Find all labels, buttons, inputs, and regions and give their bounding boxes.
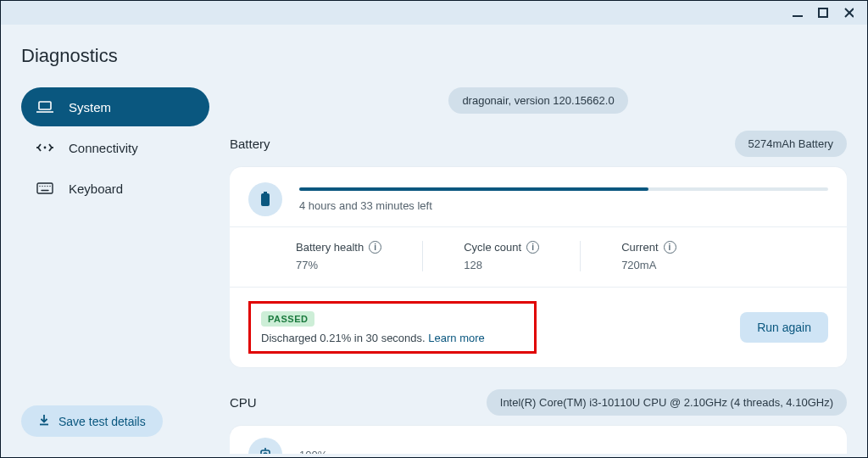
battery-section-title: Battery xyxy=(230,137,270,151)
cycle-count-label: Cycle count xyxy=(464,241,521,254)
result-text: Discharged 0.21% in 30 seconds. xyxy=(261,332,426,344)
cycle-count-value: 128 xyxy=(464,259,539,271)
page-title: Diagnostics xyxy=(21,45,847,67)
cpu-spec-pill: Intel(R) Core(TM) i3-10110U CPU @ 2.10GH… xyxy=(487,389,847,416)
maximize-button[interactable] xyxy=(818,8,828,18)
laptop-icon xyxy=(36,100,53,114)
download-icon xyxy=(38,414,50,428)
svg-rect-16 xyxy=(264,192,267,193)
run-again-button[interactable]: Run again xyxy=(740,312,828,343)
sidebar-item-label: Connectivity xyxy=(69,141,138,155)
close-button[interactable] xyxy=(843,8,854,18)
keyboard-icon xyxy=(36,182,53,195)
battery-health-value: 77% xyxy=(296,259,381,271)
minimize-button[interactable] xyxy=(793,8,803,18)
battery-progress-bar xyxy=(299,187,828,191)
cpu-section-title: CPU xyxy=(230,395,257,410)
battery-icon xyxy=(248,182,282,216)
svg-point-6 xyxy=(44,147,47,149)
battery-health-label: Battery health xyxy=(296,241,364,254)
svg-rect-1 xyxy=(819,8,827,17)
status-badge: PASSED xyxy=(261,311,314,327)
info-icon[interactable]: i xyxy=(369,241,381,254)
current-value: 720mA xyxy=(621,259,676,271)
svg-point-19 xyxy=(264,453,267,454)
info-icon[interactable]: i xyxy=(526,241,539,254)
main-panel: dragonair, version 120.15662.0 Battery 5… xyxy=(230,87,847,454)
device-version-pill: dragonair, version 120.15662.0 xyxy=(448,87,627,114)
battery-capacity-pill: 5274mAh Battery xyxy=(735,131,847,157)
app-window: Diagnostics System Connectivity xyxy=(0,0,868,458)
cpu-card: 100% xyxy=(230,426,847,454)
cpu-percent: 100% xyxy=(299,449,327,455)
sidebar-item-system[interactable]: System xyxy=(21,87,209,126)
sidebar-item-label: Keyboard xyxy=(69,182,123,196)
svg-rect-4 xyxy=(39,102,51,109)
battery-time-left: 4 hours and 33 minutes left xyxy=(299,199,828,212)
connectivity-icon xyxy=(36,141,53,154)
chip-icon xyxy=(248,438,282,454)
svg-rect-17 xyxy=(261,193,270,206)
titlebar xyxy=(1,1,867,25)
save-test-details-button[interactable]: Save test details xyxy=(21,405,163,437)
test-result-highlight: PASSED Discharged 0.21% in 30 seconds. L… xyxy=(248,301,537,354)
svg-rect-7 xyxy=(37,183,53,193)
sidebar: System Connectivity Keyboard xyxy=(21,87,209,454)
sidebar-item-connectivity[interactable]: Connectivity xyxy=(21,128,209,167)
learn-more-link[interactable]: Learn more xyxy=(428,332,484,344)
battery-card: 4 hours and 33 minutes left Battery heal… xyxy=(230,167,847,367)
current-label: Current xyxy=(621,241,658,254)
save-test-details-label: Save test details xyxy=(58,415,146,428)
sidebar-item-keyboard[interactable]: Keyboard xyxy=(21,169,209,208)
info-icon[interactable]: i xyxy=(664,241,676,254)
sidebar-item-label: System xyxy=(69,100,111,114)
